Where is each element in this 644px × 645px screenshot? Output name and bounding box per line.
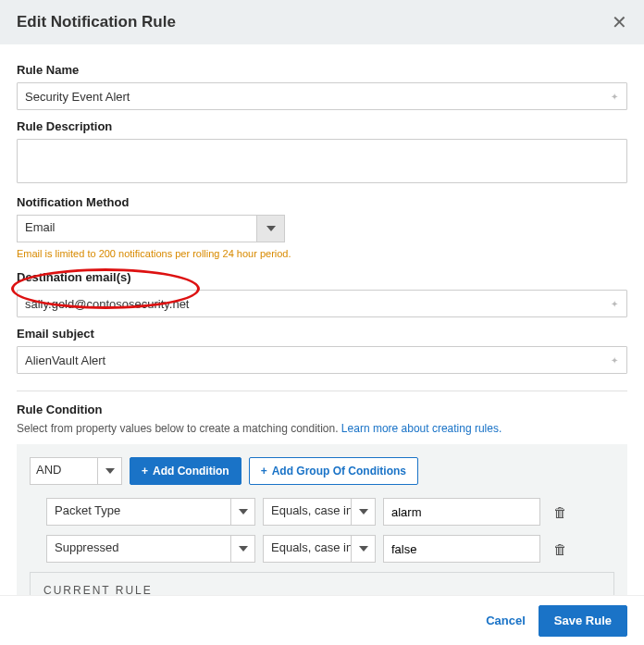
operator-select-caret[interactable] [352, 498, 376, 526]
notification-method-caret[interactable] [257, 215, 285, 242]
condition-row: Suppressed Equals, case inse 🗑 [30, 535, 614, 563]
property-select[interactable]: Packet Type [46, 498, 231, 526]
email-subject-label: Email subject [17, 327, 627, 341]
current-rule-title: CURRENT RULE [43, 584, 601, 595]
plus-icon: + [142, 465, 148, 478]
learn-more-link[interactable]: Learn more about creating rules. [341, 422, 502, 435]
chevron-down-icon [266, 226, 276, 231]
cancel-button[interactable]: Cancel [486, 614, 526, 627]
chevron-down-icon [105, 468, 115, 474]
section-divider [17, 391, 627, 391]
rule-condition-title: Rule Condition [17, 403, 627, 416]
trash-icon[interactable]: 🗑 [553, 541, 567, 557]
rule-name-label: Rule Name [17, 63, 627, 77]
rule-condition-subtitle: Select from property values below to cre… [17, 422, 627, 435]
dialog-body: Rule Name Rule Description Notification … [0, 44, 644, 595]
chevron-down-icon [239, 546, 248, 552]
plus-icon: + [261, 465, 267, 478]
chevron-down-icon [239, 509, 248, 515]
trash-icon[interactable]: 🗑 [553, 504, 567, 520]
destination-email-label: Destination email(s) [17, 270, 627, 284]
operator-select-caret[interactable] [352, 535, 376, 563]
condition-panel: AND +Add Condition +Add Group Of Conditi… [17, 444, 627, 595]
notification-method-warning: Email is limited to 200 notifications pe… [17, 248, 627, 259]
value-input[interactable] [383, 535, 540, 563]
destination-email-input[interactable] [17, 290, 627, 317]
current-rule-box: CURRENT RULE (packet_type ==' 'alarm' AN… [30, 572, 614, 595]
notification-method-select[interactable]: Email [17, 215, 257, 242]
rule-name-input[interactable] [17, 82, 627, 110]
operator-select[interactable]: Equals, case inse [263, 498, 352, 526]
rule-description-input[interactable] [17, 139, 627, 183]
logic-select[interactable]: AND [30, 457, 98, 485]
notification-method-label: Notification Method [17, 195, 627, 209]
chevron-down-icon [359, 546, 368, 552]
operator-select[interactable]: Equals, case inse [263, 535, 352, 563]
add-group-button[interactable]: +Add Group Of Conditions [249, 457, 418, 485]
add-condition-button[interactable]: +Add Condition [130, 457, 242, 485]
rule-condition-subtitle-text: Select from property values below to cre… [17, 422, 341, 435]
chevron-down-icon [359, 509, 368, 515]
rule-description-label: Rule Description [17, 119, 627, 133]
logic-select-caret[interactable] [98, 457, 122, 485]
add-group-label: Add Group Of Conditions [272, 465, 406, 478]
property-select-caret[interactable] [231, 498, 255, 526]
dialog-header: Edit Notification Rule ✕ [0, 0, 644, 44]
property-select[interactable]: Suppressed [46, 535, 231, 563]
dialog-footer: Cancel Save Rule [0, 595, 644, 645]
close-icon[interactable]: ✕ [612, 13, 627, 31]
save-rule-button[interactable]: Save Rule [539, 605, 627, 637]
email-subject-input[interactable] [17, 346, 627, 374]
condition-row: Packet Type Equals, case inse 🗑 [30, 498, 614, 526]
add-condition-label: Add Condition [153, 465, 229, 478]
value-input[interactable] [383, 498, 540, 526]
dialog-title: Edit Notification Rule [17, 13, 176, 31]
property-select-caret[interactable] [231, 535, 255, 563]
